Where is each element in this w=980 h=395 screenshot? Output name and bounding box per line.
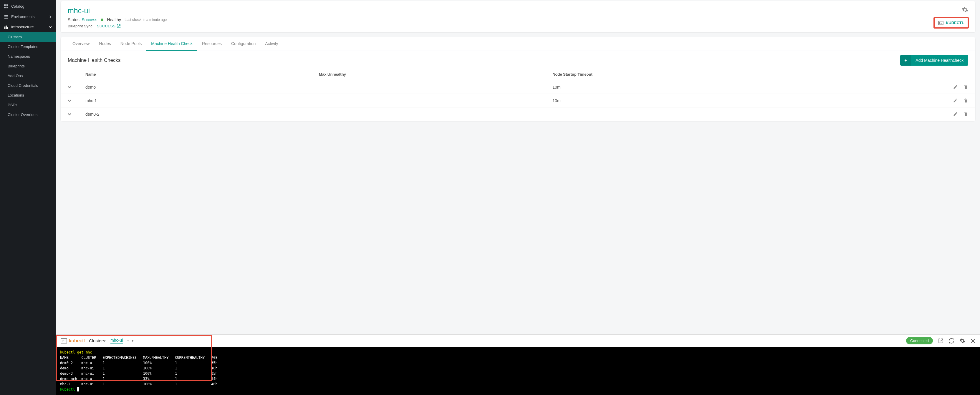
blueprint-sync-link[interactable]: SUCCESS: [97, 24, 121, 28]
last-checkin: Last check-in a minute ago: [124, 17, 167, 22]
plus-icon: +: [900, 55, 911, 66]
add-machine-healthcheck-button[interactable]: + Add Machine Healthcheck: [900, 55, 968, 66]
clusters-label: Clusters:: [89, 338, 106, 343]
sidebar-label: Blueprints: [8, 64, 25, 68]
terminal-row: mhc-1 mhc-ui 1 100% 1 40h: [60, 382, 218, 386]
terminal-row: demo-mch mhc-ui 1 33% 1 14h: [60, 377, 218, 381]
tab-resources[interactable]: Resources: [197, 37, 226, 51]
sidebar-item-namespaces[interactable]: Namespaces: [0, 51, 56, 61]
connected-badge: Connected: [906, 337, 933, 344]
open-external-icon: [117, 24, 121, 28]
svg-rect-1: [6, 5, 8, 6]
sidebar-label: Cloud Credentials: [8, 83, 38, 88]
status-label: Status:: [68, 17, 81, 22]
terminal-icon: [938, 21, 943, 25]
terminal-command: kubectl get mhc: [60, 350, 92, 354]
cluster-dropdown-icon[interactable]: ▾: [132, 338, 134, 343]
sidebar-item-clusters[interactable]: Clusters: [0, 32, 56, 42]
svg-rect-8: [6, 25, 7, 29]
cell-timeout: 10m: [552, 98, 942, 103]
terminal-prompt: kubectl: [60, 387, 77, 392]
cursor-icon: [77, 387, 79, 392]
sidebar-label: Environments: [11, 14, 35, 19]
refresh-icon[interactable]: [949, 338, 954, 344]
svg-rect-5: [5, 16, 8, 17]
terminal-icon: >_: [60, 338, 67, 344]
svg-rect-4: [5, 15, 8, 16]
sidebar-label: Locations: [8, 93, 24, 97]
terminal-headers: NAME CLUSTER EXPECTEDMACHINES MAXUNHEALT…: [60, 355, 218, 360]
tab-activity[interactable]: Activity: [260, 37, 283, 51]
sidebar-item-catalog[interactable]: Catalog: [0, 1, 56, 11]
city-icon: [4, 25, 8, 29]
table-row: dem0-2: [60, 108, 975, 121]
delete-icon[interactable]: [963, 84, 968, 89]
sidebar-item-cluster-templates[interactable]: Cluster Templates: [0, 42, 56, 51]
blueprint-label: Blueprint Sync :: [68, 24, 94, 28]
health-text: Healthy: [107, 17, 121, 22]
close-icon[interactable]: [970, 338, 975, 343]
delete-icon[interactable]: [963, 98, 968, 103]
grid-icon: [4, 5, 8, 8]
terminal-panel: >_ kubectl Clusters: mhc-ui + ▾ Connecte…: [56, 335, 980, 395]
add-button-label: Add Machine Healthcheck: [911, 55, 968, 66]
layers-icon: [4, 15, 8, 19]
expand-icon[interactable]: [68, 86, 71, 89]
sidebar-item-cluster-overrides[interactable]: Cluster Overrides: [0, 110, 56, 119]
gear-icon[interactable]: [962, 6, 968, 13]
edit-icon[interactable]: [953, 98, 958, 103]
terminal-row: demo mhc-ui 1 100% 1 40h: [60, 366, 218, 370]
kubectl-button[interactable]: KUBECTL: [934, 17, 968, 28]
open-external-icon[interactable]: [938, 338, 943, 344]
health-dot-icon: [101, 19, 103, 21]
table-row: mhc-1 10m: [60, 94, 975, 108]
tab-machine-health-check[interactable]: Machine Health Check: [146, 37, 197, 51]
col-header-timeout: Node Startup Timeout: [552, 72, 942, 76]
svg-rect-6: [5, 17, 8, 19]
tab-nodes[interactable]: Nodes: [94, 37, 115, 51]
expand-icon[interactable]: [68, 99, 71, 102]
sidebar-label: Clusters: [8, 35, 22, 39]
sidebar-item-locations[interactable]: Locations: [0, 90, 56, 100]
sidebar-label: Catalog: [11, 4, 24, 8]
blueprint-value: SUCCESS: [97, 24, 115, 28]
cell-timeout: 10m: [552, 85, 942, 89]
chevron-down-icon: [49, 25, 52, 29]
sidebar-item-addons[interactable]: Add-Ons: [0, 71, 56, 81]
edit-icon[interactable]: [953, 111, 958, 117]
mhc-card: Overview Nodes Node Pools Machine Health…: [60, 37, 975, 121]
tabs: Overview Nodes Node Pools Machine Health…: [60, 37, 975, 51]
terminal-row: demo-3 mhc-ui 1 100% 1 35h: [60, 371, 218, 376]
sidebar-label: Cluster Overrides: [8, 113, 37, 117]
tab-node-pools[interactable]: Node Pools: [116, 37, 146, 51]
gear-icon[interactable]: [959, 338, 965, 344]
sidebar-label: Cluster Templates: [8, 44, 38, 49]
col-header-name: Name: [85, 72, 319, 76]
edit-icon[interactable]: [953, 84, 958, 89]
expand-icon[interactable]: [68, 113, 71, 116]
tab-overview[interactable]: Overview: [68, 37, 94, 51]
svg-rect-0: [4, 5, 6, 6]
terminal-body[interactable]: kubectl get mhc NAME CLUSTER EXPECTEDMAC…: [56, 347, 980, 395]
sidebar-item-cloud-credentials[interactable]: Cloud Credentials: [0, 81, 56, 90]
cluster-header-card: mhc-ui Status: Success Healthy Last chec…: [60, 1, 975, 32]
cluster-selector[interactable]: mhc-ui: [110, 338, 123, 344]
sidebar-item-infrastructure[interactable]: Infrastructure: [0, 22, 56, 32]
add-cluster-icon[interactable]: +: [127, 338, 129, 343]
sidebar-item-blueprints[interactable]: Blueprints: [0, 61, 56, 71]
svg-rect-2: [4, 6, 6, 8]
mhc-table: Name Max Unhealthy Node Startup Timeout …: [60, 68, 975, 121]
terminal-row: dem0-2 mhc-ui 1 100% 1 35h: [60, 361, 218, 365]
section-title: Machine Health Checks: [68, 57, 121, 63]
sidebar-item-environments[interactable]: Environments: [0, 11, 56, 22]
delete-icon[interactable]: [963, 111, 968, 117]
kubectl-button-label: KUBECTL: [946, 21, 964, 25]
col-header-max: Max Unhealthy: [319, 72, 552, 76]
status-value: Success: [81, 17, 97, 22]
cell-name: dem0-2: [85, 112, 319, 117]
sidebar-item-psps[interactable]: PSPs: [0, 100, 56, 110]
chevron-right-icon: [49, 15, 52, 18]
tab-configuration[interactable]: Configuration: [226, 37, 260, 51]
sidebar-label: Add-Ons: [8, 74, 23, 78]
sidebar-label: Infrastructure: [11, 25, 34, 29]
